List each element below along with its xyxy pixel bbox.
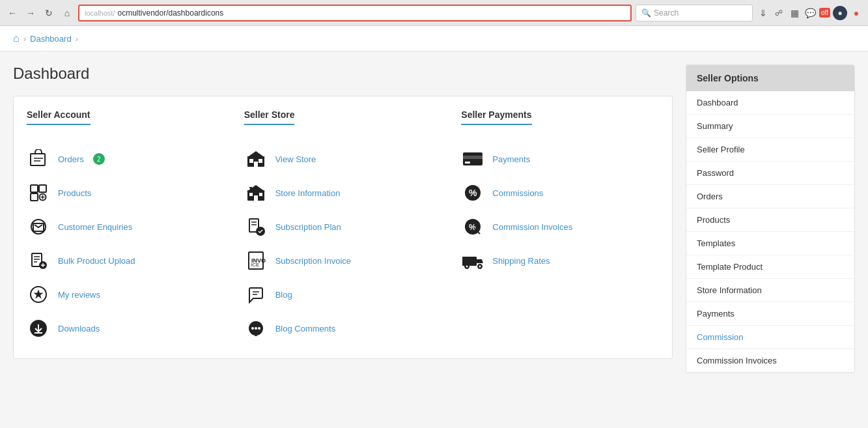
menu-item-payments[interactable]: Payments	[461, 142, 659, 176]
sidebar-item-payments[interactable]: Payments	[686, 302, 854, 326]
sidebar-item-dashboard[interactable]: Dashboard	[686, 91, 854, 115]
seller-account-title: Seller Account	[27, 109, 91, 125]
search-placeholder: Search	[654, 8, 679, 18]
svg-point-60	[479, 266, 481, 268]
subscription-plan-label: Subscription Plan	[275, 222, 341, 232]
download-icon[interactable]: ⇓	[757, 7, 770, 20]
page-title: Dashboard	[13, 64, 673, 83]
payments-label: Payments	[492, 154, 530, 164]
store-information-icon	[244, 181, 268, 205]
commission-invoices-label: Commission Invoices	[492, 222, 572, 232]
shipping-rates-icon	[461, 249, 484, 272]
menu-item-downloads[interactable]: Downloads	[27, 311, 225, 345]
downloads-icon	[27, 317, 50, 340]
subscription-plan-icon	[244, 215, 268, 238]
breadcrumb-dashboard-link[interactable]: Dashboard	[30, 34, 72, 44]
svg-rect-26	[249, 159, 253, 163]
blog-comments-icon	[244, 317, 268, 340]
menu-item-subscription-invoice[interactable]: INVO- ICE Subscription Invoice	[244, 244, 442, 278]
blog-icon	[244, 283, 268, 306]
svg-rect-27	[259, 159, 262, 163]
enquiries-label: Customer Enquiries	[58, 222, 132, 232]
seller-options-panel: Seller Options Dashboard Summary Seller …	[686, 64, 855, 373]
menu-item-blog-comments[interactable]: Blog Comments	[244, 311, 442, 345]
orders-icon	[27, 147, 50, 171]
svg-text:%: %	[469, 223, 476, 232]
url-path: ocmultivendor/dashboardicons	[117, 8, 223, 18]
menu-item-products[interactable]: Products	[27, 176, 225, 210]
search-bar[interactable]: 🔍 Search	[636, 5, 753, 21]
svg-rect-31	[249, 193, 253, 196]
svg-rect-30	[254, 195, 258, 201]
svg-text:%: %	[469, 188, 477, 198]
sidebar-item-orders[interactable]: Orders	[686, 185, 854, 208]
forward-button[interactable]: →	[23, 6, 38, 20]
menu-item-orders[interactable]: Orders 2	[27, 142, 225, 176]
record-icon[interactable]: ●	[850, 7, 863, 20]
seller-store-title: Seller Store	[244, 109, 295, 125]
home-icon[interactable]: ⌂	[13, 33, 20, 44]
blog-label: Blog	[275, 290, 292, 300]
menu-item-commissions[interactable]: % Commissions	[461, 176, 659, 210]
svg-rect-0	[31, 154, 45, 165]
menu-item-commission-invoices[interactable]: % Commission Invoices	[461, 210, 659, 244]
store-info-label: Store Information	[275, 188, 341, 198]
page-wrapper: ⌂ › Dashboard › Dashboard Seller Account	[0, 26, 868, 428]
search-icon: 🔍	[641, 8, 651, 18]
svg-rect-49	[463, 156, 483, 159]
sidebar-item-commission[interactable]: Commission	[686, 326, 854, 349]
seller-store-section: Seller Store	[244, 109, 442, 345]
sidebar-item-templates[interactable]: Templates	[686, 232, 854, 255]
breadcrumb-sep-1: ›	[23, 34, 26, 44]
downloads-label: Downloads	[58, 324, 100, 334]
svg-rect-3	[31, 185, 38, 192]
svg-rect-5	[31, 193, 38, 201]
sidebar-item-seller-profile[interactable]: Seller Profile	[686, 138, 854, 162]
chat-icon[interactable]: 💬	[804, 7, 817, 20]
sidebar: Seller Options Dashboard Summary Seller …	[686, 64, 855, 373]
products-icon	[27, 181, 50, 205]
url-bar[interactable]: localhost/ ocmultivendor/dashboardicons	[78, 5, 632, 21]
avatar-icon[interactable]: ●	[833, 6, 847, 20]
home-button[interactable]: ⌂	[60, 6, 74, 20]
sidebar-item-commission-invoices[interactable]: Commission Invoices	[686, 349, 854, 373]
url-prefix: localhost/	[85, 9, 115, 17]
svg-rect-50	[465, 162, 470, 164]
bookmarks-icon[interactable]: ☍	[772, 7, 785, 20]
subscription-invoice-label: Subscription Invoice	[275, 256, 351, 266]
main-content: Dashboard Seller Account	[0, 51, 868, 386]
menu-item-shipping-rates[interactable]: Shipping Rates	[461, 244, 659, 278]
svg-text:ICE: ICE	[251, 262, 259, 268]
seller-payments-title: Seller Payments	[461, 109, 531, 125]
breadcrumb: ⌂ › Dashboard ›	[0, 26, 868, 51]
payments-icon	[461, 147, 484, 171]
sidebar-item-store-information[interactable]: Store Information	[686, 279, 854, 302]
dashboard-area: Dashboard Seller Account	[13, 64, 673, 373]
svg-point-58	[466, 266, 468, 268]
menu-item-reviews[interactable]: My reviews	[27, 278, 225, 311]
browser-icons: ⇓ ☍ ▦ 💬 off ● ●	[757, 6, 863, 20]
menu-item-view-store[interactable]: View Store	[244, 142, 442, 176]
sidebar-item-summary[interactable]: Summary	[686, 115, 854, 138]
menu-item-subscription-plan[interactable]: Subscription Plan	[244, 210, 442, 244]
svg-rect-32	[259, 193, 262, 196]
notification-icon-wrapper[interactable]: off	[819, 8, 830, 18]
sidebar-item-products[interactable]: Products	[686, 208, 854, 232]
reviews-label: My reviews	[58, 290, 100, 300]
back-button[interactable]: ←	[5, 6, 20, 20]
menu-item-blog[interactable]: Blog	[244, 278, 442, 311]
sidebar-item-template-product[interactable]: Template Product	[686, 255, 854, 279]
sidebar-item-password[interactable]: Password	[686, 162, 854, 185]
orders-badge: 2	[93, 153, 105, 165]
menu-item-enquiries[interactable]: Customer Enquiries	[27, 210, 225, 244]
subscription-invoice-icon: INVO- ICE	[244, 249, 268, 272]
breadcrumb-sep-2: ›	[76, 34, 78, 44]
menu-item-bulk-upload[interactable]: Bulk Product Upload	[27, 244, 225, 278]
svg-point-47	[258, 327, 260, 330]
browser-chrome: ← → ↻ ⌂ localhost/ ocmultivendor/dashboa…	[0, 0, 868, 26]
bulk-upload-icon	[27, 249, 50, 272]
tabs-icon[interactable]: ▦	[788, 7, 801, 20]
svg-point-46	[255, 327, 257, 330]
menu-item-store-information[interactable]: Store Information	[244, 176, 442, 210]
reload-button[interactable]: ↻	[42, 6, 56, 20]
